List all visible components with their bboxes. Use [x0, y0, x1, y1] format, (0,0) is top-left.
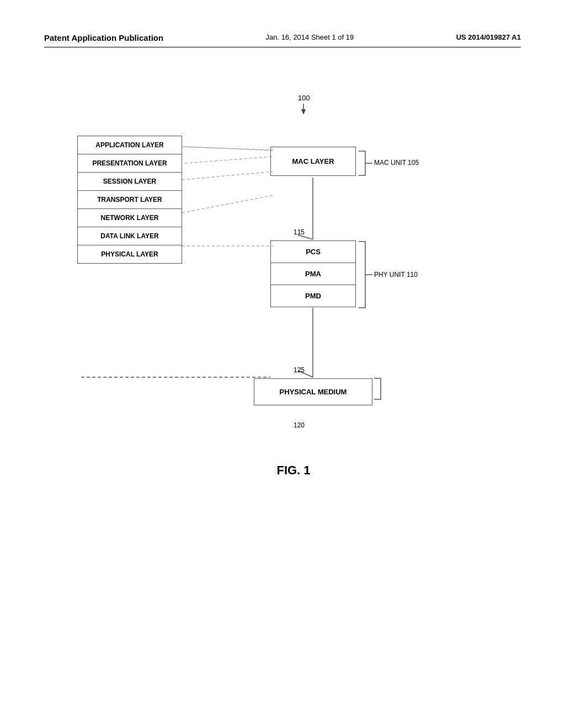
phy-unit-label: PHY UNIT 110: [374, 271, 418, 279]
svg-line-7: [185, 157, 272, 163]
page-header: Patent Application Publication Jan. 16, …: [44, 33, 521, 47]
mac-unit-box: MAC LAYER: [270, 147, 356, 176]
mac-unit-label: MAC UNIT 105: [374, 159, 419, 167]
physical-medium-box: PHYSICAL MEDIUM: [254, 378, 372, 405]
physical-layer: PHYSICAL LAYER: [78, 245, 182, 263]
ref-100-label: 100: [298, 94, 411, 102]
page: Patent Application Publication Jan. 16, …: [0, 0, 565, 728]
publication-date-sheet: Jan. 16, 2014 Sheet 1 of 19: [266, 33, 354, 41]
phy-unit-box: PCS PMA PMD: [270, 240, 356, 307]
pcs-layer: PCS: [271, 241, 355, 263]
pma-layer: PMA: [271, 263, 355, 285]
transport-layer: TRANSPORT LAYER: [78, 191, 182, 209]
publication-type: Patent Application Publication: [44, 33, 163, 42]
presentation-layer: PRESENTATION LAYER: [78, 154, 182, 173]
session-layer: SESSION LAYER: [78, 173, 182, 191]
ref-125-label: 125: [294, 366, 305, 374]
application-layer: APPLICATION LAYER: [78, 136, 182, 154]
svg-line-3: [182, 172, 273, 180]
diagram-area: 100 APPLICATION LAYER PRESENTATION LAYER…: [66, 92, 521, 522]
publication-number: US 2014/019827 A1: [456, 33, 521, 41]
pmd-layer: PMD: [271, 285, 355, 307]
network-layer: NETWORK LAYER: [78, 209, 182, 227]
mac-layer-label: MAC LAYER: [271, 147, 355, 175]
svg-line-4: [182, 195, 273, 213]
ref-120-label: 120: [294, 421, 305, 429]
data-link-layer: DATA LINK LAYER: [78, 227, 182, 245]
osi-stack: APPLICATION LAYER PRESENTATION LAYER SES…: [77, 136, 182, 264]
ref-115-label: 115: [294, 228, 305, 236]
figure-label: FIG. 1: [276, 463, 310, 478]
physical-medium-label: PHYSICAL MEDIUM: [280, 388, 347, 396]
svg-marker-1: [301, 109, 306, 115]
